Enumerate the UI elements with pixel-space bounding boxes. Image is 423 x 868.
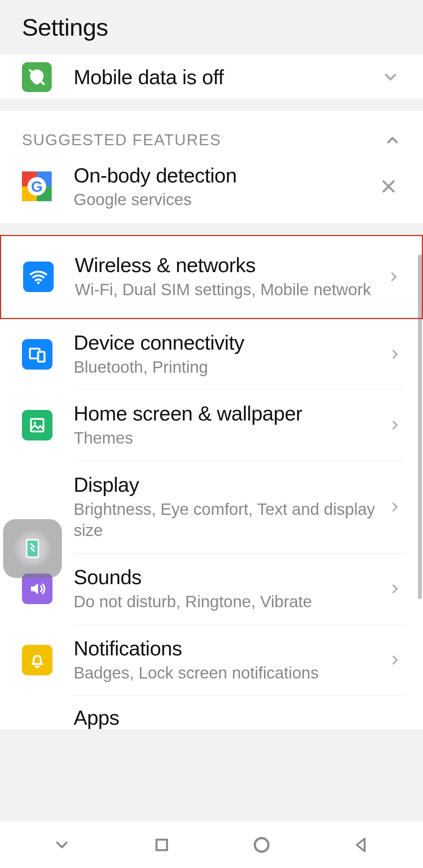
suggested-item-subtitle: Google services xyxy=(74,190,376,209)
item-title: Device connectivity xyxy=(74,331,381,354)
nav-back[interactable] xyxy=(346,829,377,861)
chevron-right-icon xyxy=(389,419,401,431)
svg-rect-9 xyxy=(38,352,45,362)
mobile-data-status-label: Mobile data is off xyxy=(52,65,380,89)
assistive-touch-inner xyxy=(14,530,51,567)
chevron-right-icon xyxy=(389,348,401,361)
chevron-right-icon xyxy=(387,271,400,283)
item-text: Display Brightness, Eye comfort, Text an… xyxy=(52,473,389,541)
suggested-item-title: On-body detection xyxy=(74,164,376,187)
item-title: Notifications xyxy=(74,637,381,660)
item-text: Device connectivity Bluetooth, Printing xyxy=(52,331,389,378)
item-wireless-networks[interactable]: Wireless & networks Wi-Fi, Dual SIM sett… xyxy=(0,235,423,319)
item-text: Wireless & networks Wi-Fi, Dual SIM sett… xyxy=(54,253,387,301)
item-text: Sounds Do not disturb, Ringtone, Vibrate xyxy=(52,565,389,613)
item-text: Apps xyxy=(52,706,401,729)
svg-text:G: G xyxy=(31,179,43,195)
item-title: Apps xyxy=(74,706,393,729)
item-sounds[interactable]: Sounds Do not disturb, Ringtone, Vibrate xyxy=(0,554,423,624)
settings-list: Wireless & networks Wi-Fi, Dual SIM sett… xyxy=(0,235,423,729)
suggested-header-label: SUGGESTED FEATURES xyxy=(22,131,384,149)
assistive-touch-button[interactable] xyxy=(3,519,62,578)
chevron-right-icon xyxy=(389,654,401,666)
wifi-icon xyxy=(23,262,54,292)
item-subtitle: Themes xyxy=(74,428,381,449)
item-title: Wireless & networks xyxy=(75,253,380,277)
item-device-connectivity[interactable]: Device connectivity Bluetooth, Printing xyxy=(0,319,423,390)
suggested-item-on-body-detection[interactable]: G On-body detection Google services xyxy=(0,153,423,223)
devices-icon xyxy=(22,339,52,370)
item-home-wallpaper[interactable]: Home screen & wallpaper Themes xyxy=(0,390,423,461)
item-subtitle: Badges, Lock screen notifications xyxy=(74,662,381,684)
wallpaper-icon xyxy=(22,410,52,440)
nav-recents[interactable] xyxy=(146,829,177,861)
chevron-up-icon[interactable] xyxy=(384,132,401,149)
svg-point-7 xyxy=(37,282,40,284)
item-subtitle: Brightness, Eye comfort, Text and displa… xyxy=(74,499,381,541)
status-card: Mobile data is off xyxy=(0,54,423,99)
item-subtitle: Bluetooth, Printing xyxy=(74,357,381,378)
bell-icon xyxy=(22,645,52,675)
chevron-right-icon xyxy=(389,583,401,595)
speaker-icon xyxy=(22,574,52,604)
suggested-section: SUGGESTED FEATURES G On-body detection G… xyxy=(0,111,423,223)
chevron-down-icon[interactable] xyxy=(380,63,401,92)
app-header: Settings xyxy=(0,0,423,54)
section-gap xyxy=(0,223,423,235)
nav-home[interactable] xyxy=(246,829,277,861)
svg-rect-11 xyxy=(31,419,43,431)
mobile-data-status-row[interactable]: Mobile data is off xyxy=(0,54,423,99)
item-title: Sounds xyxy=(74,565,381,589)
item-display[interactable]: Display Brightness, Eye comfort, Text an… xyxy=(0,461,423,553)
page-title: Settings xyxy=(22,13,423,41)
svg-rect-16 xyxy=(156,840,167,850)
google-icon: G xyxy=(22,171,52,201)
item-subtitle: Do not disturb, Ringtone, Vibrate xyxy=(74,591,381,613)
suggested-item-text: On-body detection Google services xyxy=(52,164,376,209)
item-title: Home screen & wallpaper xyxy=(74,402,381,425)
leaf-off-icon xyxy=(22,62,52,92)
item-subtitle: Wi-Fi, Dual SIM settings, Mobile network xyxy=(75,279,380,301)
section-gap xyxy=(0,99,423,111)
item-text: Notifications Badges, Lock screen notifi… xyxy=(52,637,389,684)
close-icon[interactable] xyxy=(376,174,401,199)
item-notifications[interactable]: Notifications Badges, Lock screen notifi… xyxy=(0,625,423,696)
item-title: Display xyxy=(74,473,381,496)
system-nav-bar xyxy=(0,822,423,868)
item-apps[interactable]: Apps xyxy=(0,696,423,729)
nav-hide-keyboard[interactable] xyxy=(46,829,78,861)
chevron-right-icon xyxy=(389,501,401,513)
svg-point-12 xyxy=(34,422,36,424)
suggested-header-row[interactable]: SUGGESTED FEATURES xyxy=(0,111,423,153)
item-text: Home screen & wallpaper Themes xyxy=(52,402,389,449)
svg-point-17 xyxy=(255,838,268,852)
